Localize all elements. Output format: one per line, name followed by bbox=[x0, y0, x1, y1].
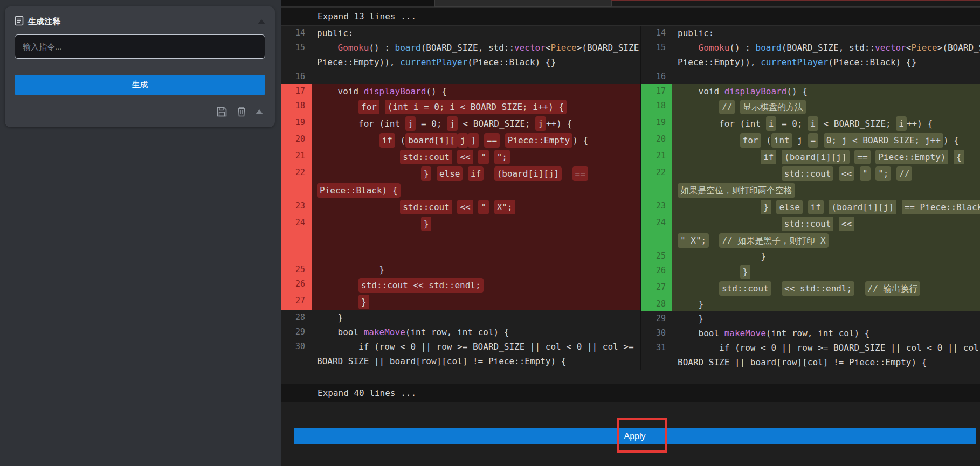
code-text: void displayBoard() { bbox=[312, 84, 640, 99]
line-number: 23 bbox=[641, 199, 672, 215]
code-text: std::cout << " "; bbox=[312, 149, 640, 165]
code-line: 24 } bbox=[281, 215, 640, 232]
code-text: for (int i = 0; i < BOARD_SIZE; i++) { bbox=[672, 115, 980, 132]
code-text: for (int i = 0; i < BOARD_SIZE; i++) { bbox=[312, 99, 640, 115]
code-line: 29 bool makeMove(int row, int col) { bbox=[281, 325, 640, 339]
topbar-segment bbox=[434, 0, 611, 7]
editor-topbar bbox=[281, 0, 980, 7]
code-line: 18 for (int i = 0; i < BOARD_SIZE; i++) … bbox=[281, 99, 640, 115]
code-line: 22 } else if (board[i][j] == Piece::Blac… bbox=[281, 165, 640, 199]
code-line: 30 bool makeMove(int row, int col) { bbox=[641, 326, 980, 340]
line-number: 14 bbox=[641, 26, 672, 40]
code-text: Gomoku() : board(BOARD_SIZE, std::vector… bbox=[312, 40, 640, 69]
line-number: 18 bbox=[641, 99, 672, 115]
notes-icon bbox=[15, 16, 24, 28]
code-text: void displayBoard() { bbox=[672, 84, 980, 99]
diff-editor: Expand 13 lines ... 14public:15 Gomoku()… bbox=[281, 0, 980, 466]
code-line: 19 for (int i = 0; i < BOARD_SIZE; i++) … bbox=[641, 115, 980, 132]
code-line: 26 } bbox=[641, 263, 980, 280]
code-line: 28 } bbox=[281, 310, 640, 325]
code-text: bool makeMove(int row, int col) { bbox=[672, 326, 980, 340]
line-number: 25 bbox=[281, 262, 312, 277]
code-text bbox=[312, 232, 640, 262]
line-number: 14 bbox=[281, 26, 312, 40]
line-number: 29 bbox=[281, 325, 312, 339]
code-text: if (board[i][j] == Piece::Empty) { bbox=[672, 149, 980, 165]
code-text: } else if (board[i][j] == Piece::Black) … bbox=[312, 165, 640, 199]
code-text: std::cout << std::endl; bbox=[312, 277, 640, 294]
line-number: 31 bbox=[641, 340, 672, 370]
code-line: 20 for (int j = 0; j < BOARD_SIZE; j++) … bbox=[641, 132, 980, 149]
line-number: 30 bbox=[641, 326, 672, 340]
code-line: 22 std::cout << " "; // 如果是空位，则打印两个空格 bbox=[641, 165, 980, 199]
apply-zone: Apply bbox=[281, 402, 980, 466]
code-text: public: bbox=[672, 26, 980, 40]
expand-bottom-row[interactable]: Expand 40 lines ... bbox=[281, 384, 980, 402]
code-line: 15 Gomoku() : board(BOARD_SIZE, std::vec… bbox=[281, 40, 640, 69]
code-text: } else if (board[i][j] == Piece::Black) … bbox=[672, 199, 980, 215]
line-number: 17 bbox=[281, 84, 312, 99]
code-line: 29 } bbox=[641, 311, 980, 326]
triangle-up-icon[interactable] bbox=[256, 109, 263, 114]
apply-button[interactable]: Apply bbox=[294, 428, 976, 444]
line-number: 16 bbox=[281, 69, 312, 84]
sidebar: 生成注释 生成 bbox=[0, 0, 281, 466]
code-text: std::cout << " "; // 如果是空位，则打印两个空格 bbox=[672, 165, 980, 199]
panel-header[interactable]: 生成注释 bbox=[15, 14, 265, 29]
code-line: 16 bbox=[641, 69, 980, 84]
instruction-input[interactable] bbox=[15, 34, 265, 59]
panel-title: 生成注释 bbox=[28, 17, 258, 27]
line-number: 19 bbox=[281, 115, 312, 132]
code-text: for (int j = 0; j < BOARD_SIZE; j++) { bbox=[672, 132, 980, 149]
code-text: } bbox=[672, 297, 980, 311]
line-number: 22 bbox=[281, 165, 312, 199]
line-number: 19 bbox=[641, 115, 672, 132]
line-number: 25 bbox=[641, 249, 672, 263]
line-number: 20 bbox=[281, 132, 312, 149]
diff-pane-modified: 14public:15 Gomoku() : board(BOARD_SIZE,… bbox=[641, 26, 980, 370]
save-icon[interactable] bbox=[216, 106, 227, 117]
diff-pane-original: 14public:15 Gomoku() : board(BOARD_SIZE,… bbox=[281, 26, 641, 370]
code-line: 26 std::cout << std::endl; bbox=[281, 277, 640, 294]
code-text: // 显示棋盘的方法 bbox=[672, 99, 980, 115]
panel-actions bbox=[15, 106, 265, 117]
code-text: if (row < 0 || row >= BOARD_SIZE || col … bbox=[312, 339, 640, 368]
topbar-segment-accent bbox=[611, 0, 980, 7]
code-line: 23 } else if (board[i][j] == Piece::Blac… bbox=[641, 199, 980, 215]
code-text: public: bbox=[312, 26, 640, 40]
line-number: 26 bbox=[641, 263, 672, 280]
collapse-icon[interactable] bbox=[258, 19, 265, 24]
line-number: 22 bbox=[641, 165, 672, 199]
code-text: if (row < 0 || row >= BOARD_SIZE || col … bbox=[672, 340, 980, 370]
generate-button[interactable]: 生成 bbox=[15, 75, 265, 95]
code-text: } bbox=[672, 311, 980, 326]
line-number: 20 bbox=[641, 132, 672, 149]
line-number bbox=[281, 232, 312, 262]
code-line: 18 // 显示棋盘的方法 bbox=[641, 99, 980, 115]
code-line: 27 } bbox=[281, 294, 640, 310]
code-text: } bbox=[312, 262, 640, 277]
code-text: } bbox=[312, 294, 640, 310]
code-line: 14public: bbox=[641, 26, 980, 40]
code-line bbox=[281, 232, 640, 262]
line-number: 28 bbox=[281, 310, 312, 325]
line-number: 30 bbox=[281, 339, 312, 368]
code-line: 17 void displayBoard() { bbox=[281, 84, 640, 99]
line-number: 23 bbox=[281, 199, 312, 215]
code-line: 17 void displayBoard() { bbox=[641, 84, 980, 99]
code-line: 30 if (row < 0 || row >= BOARD_SIZE || c… bbox=[281, 339, 640, 368]
code-line: 16 bbox=[281, 69, 640, 84]
code-line: 14public: bbox=[281, 26, 640, 40]
trash-icon[interactable] bbox=[236, 106, 247, 117]
line-number: 15 bbox=[281, 40, 312, 69]
code-line: 21 if (board[i][j] == Piece::Empty) { bbox=[641, 149, 980, 165]
generate-comment-panel: 生成注释 生成 bbox=[5, 6, 275, 127]
code-text: for (int j = 0; j < BOARD_SIZE; j++) { bbox=[312, 115, 640, 132]
expand-top-row[interactable]: Expand 13 lines ... bbox=[281, 7, 980, 26]
line-number: 16 bbox=[641, 69, 672, 84]
code-line: 25 } bbox=[641, 249, 980, 263]
line-number: 29 bbox=[641, 311, 672, 326]
line-number: 17 bbox=[641, 84, 672, 99]
code-text: } bbox=[312, 215, 640, 232]
line-number: 21 bbox=[281, 149, 312, 165]
